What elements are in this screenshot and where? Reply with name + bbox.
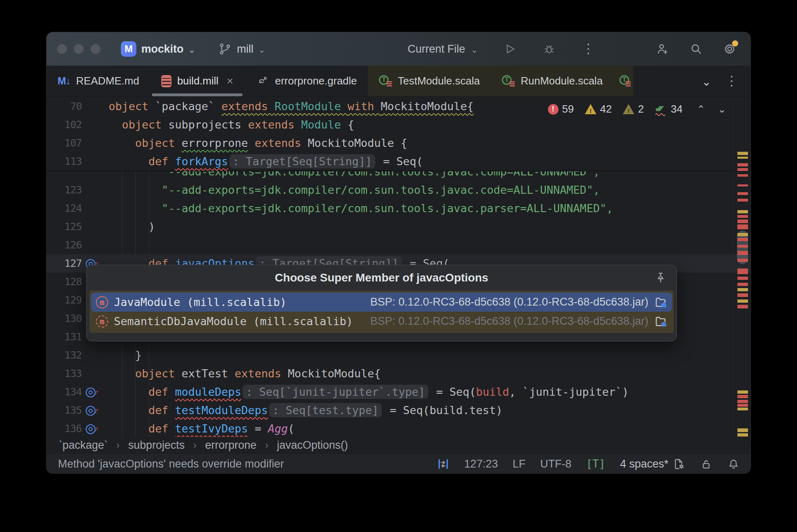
close-tab-icon[interactable]: ×	[227, 75, 233, 88]
warning-stripe-mark[interactable]	[737, 299, 748, 303]
warning-count[interactable]: ! 42	[585, 103, 612, 115]
line-number: 124	[47, 199, 82, 217]
code-line[interactable]: 107object errorprone extends MockitoModu…	[47, 134, 751, 152]
app-logo-icon: M	[121, 41, 136, 57]
error-stripe-mark[interactable]	[737, 259, 748, 262]
pin-icon[interactable]	[654, 271, 668, 285]
tab-build-mill[interactable]: build.mill ×	[150, 66, 245, 96]
error-stripe-mark[interactable]	[737, 192, 748, 195]
code-line[interactable]: 135↑def testModuleDeps: Seq[test.type] =…	[47, 401, 751, 419]
inlay-type-hint[interactable]: : Seq[test.type]	[269, 403, 382, 417]
warning-stripe-mark[interactable]	[737, 157, 748, 159]
error-stripe-mark[interactable]	[737, 251, 748, 255]
tab-runmodule-scala[interactable]: T RunModule.scala	[491, 66, 614, 96]
inlay-type-hint[interactable]: : Seq[`junit-jupiter`.type]	[243, 385, 428, 399]
notifications-bell-icon[interactable]	[727, 458, 740, 470]
tab-readme[interactable]: M↓ README.md	[47, 66, 150, 96]
code-line[interactable]: 126	[47, 236, 751, 254]
line-separator-widget[interactable]: LF	[512, 458, 525, 470]
search-everywhere-icon[interactable]	[689, 42, 703, 56]
caret-position-widget[interactable]: 127:23	[464, 458, 498, 470]
breadcrumb-item[interactable]: `package`	[59, 439, 108, 452]
inspections-widget[interactable]: ! 59 ! 42 ! 2 ✔✔ 34 ⌃ ⌄	[548, 103, 729, 115]
run-button[interactable]	[503, 42, 517, 56]
breadcrumb-item[interactable]: errorprone	[205, 439, 256, 452]
breadcrumb-item[interactable]: javacOptions()	[277, 439, 348, 452]
previous-problem-button[interactable]: ⌃	[694, 104, 708, 115]
show-hidden-tabs-button[interactable]: ⌄	[702, 76, 711, 88]
error-stripe-mark[interactable]	[737, 174, 748, 177]
warning-stripe-mark[interactable]	[737, 233, 748, 236]
code-line[interactable]: "--add-exports=jdk.compiler/com.sun.tool…	[47, 171, 751, 181]
error-stripe-mark[interactable]	[737, 219, 748, 223]
readonly-lock-icon[interactable]	[700, 458, 712, 470]
tab-options-button[interactable]: ⋮	[725, 76, 738, 86]
tab-errorprone-gradle[interactable]: errorprone.gradle	[244, 66, 368, 96]
error-stripe-mark[interactable]	[737, 395, 748, 398]
run-configuration-selector[interactable]: Current File ⌄	[407, 43, 478, 55]
warning-stripe-mark[interactable]	[737, 390, 748, 394]
error-stripe-mark[interactable]	[737, 305, 748, 308]
type-aware-highlighting-badge[interactable]: [T]	[586, 458, 605, 470]
code-line[interactable]: 102object subprojects extends Module {	[47, 115, 751, 134]
tab-hidden-partial[interactable]: T	[614, 66, 633, 96]
project-widget[interactable]: M mockito ⌄	[121, 41, 195, 57]
code-line[interactable]: 123"--add-exports=jdk.compiler/com.sun.t…	[47, 181, 751, 199]
minimize-window-button[interactable]	[74, 44, 84, 54]
breadcrumb-item[interactable]: subprojects	[128, 439, 185, 452]
overrides-method-gutter-icon[interactable]: ↑	[85, 404, 97, 417]
code-line[interactable]: 113def forkArgs: Target[Seq[String]] = S…	[47, 152, 751, 171]
vcs-branch-widget[interactable]: mill ⌄	[218, 42, 265, 56]
code-with-me-icon[interactable]	[656, 42, 670, 56]
error-stripe-scrollbar[interactable]	[733, 97, 751, 437]
window-controls[interactable]	[57, 44, 100, 54]
error-count[interactable]: ! 59	[548, 103, 574, 115]
error-stripe-mark[interactable]	[737, 168, 748, 171]
typo-count[interactable]: ✔✔ 34	[655, 103, 683, 115]
error-stripe-mark[interactable]	[737, 245, 748, 248]
warning-stripe-mark[interactable]	[737, 152, 748, 155]
next-problem-button[interactable]: ⌄	[715, 104, 729, 115]
maximize-window-button[interactable]	[91, 44, 100, 54]
indent-status-icon[interactable]	[437, 458, 450, 470]
list-item-javamodule[interactable]: m JavaModule (mill.scalalib) BSP: 0.12.0…	[91, 293, 672, 312]
error-stripe-mark[interactable]	[737, 277, 748, 280]
error-stripe-mark[interactable]	[737, 163, 748, 166]
error-stripe-mark[interactable]	[737, 404, 748, 407]
close-window-button[interactable]	[57, 44, 67, 54]
scala-test-icon: T	[379, 75, 392, 88]
code-line[interactable]: 132}	[47, 346, 751, 364]
error-stripe-mark[interactable]	[737, 293, 748, 297]
settings-gear-icon[interactable]	[723, 42, 737, 56]
indent-widget[interactable]: 4 spaces*	[620, 458, 685, 470]
error-stripe-mark[interactable]	[737, 215, 748, 218]
error-stripe-mark[interactable]	[737, 184, 748, 186]
error-stripe-mark[interactable]	[737, 283, 748, 286]
debug-button[interactable]	[542, 42, 556, 56]
code-line[interactable]: 133object extTest extends MockitoModule{	[47, 364, 751, 383]
code-line[interactable]: 124"--add-exports=jdk.compiler/com.sun.t…	[47, 199, 751, 217]
code-line[interactable]: 134↑def moduleDeps: Seq[`junit-jupiter`.…	[47, 383, 751, 401]
overrides-method-gutter-icon[interactable]: ↑	[85, 423, 97, 435]
warning-stripe-mark[interactable]	[737, 433, 748, 437]
warning-stripe-mark[interactable]	[737, 428, 748, 432]
error-stripe-mark[interactable]	[737, 268, 748, 274]
list-item-semanticdbjavamodule[interactable]: m SemanticDbJavaModule (mill.scalalib) B…	[91, 312, 672, 331]
weak-warning-count[interactable]: ! 2	[623, 103, 643, 115]
line-number: 127	[47, 254, 82, 273]
error-stripe-mark[interactable]	[737, 238, 748, 241]
member-name: SemanticDbJavaModule (mill.scalalib)	[114, 315, 353, 328]
code-line[interactable]: 136↑def testIvyDeps = Agg(	[47, 419, 751, 438]
overrides-method-gutter-icon[interactable]: ↑	[85, 386, 97, 398]
tab-testmodule-scala[interactable]: T TestModule.scala	[368, 66, 491, 96]
warning-stripe-mark[interactable]	[737, 408, 748, 410]
error-stripe-mark[interactable]	[737, 199, 748, 202]
inlay-type-hint[interactable]: : Target[Seq[String]]	[229, 154, 375, 168]
more-actions-button[interactable]: ⋮	[581, 42, 595, 56]
encoding-widget[interactable]: UTF-8	[540, 458, 572, 470]
warning-stripe-mark[interactable]	[737, 288, 748, 291]
error-stripe-mark[interactable]	[737, 400, 748, 403]
code-line[interactable]: 125)	[47, 217, 751, 236]
warning-stripe-mark[interactable]	[737, 210, 748, 213]
error-stripe-mark[interactable]	[737, 224, 748, 229]
